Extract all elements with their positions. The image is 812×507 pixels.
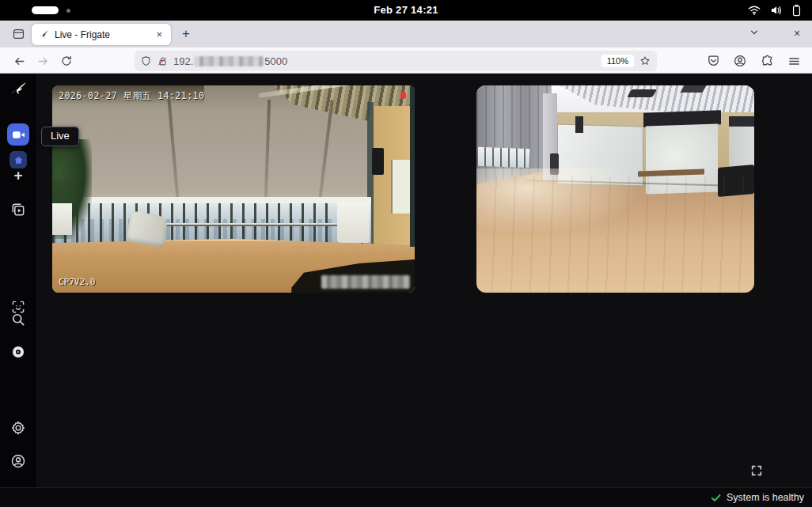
forward-button[interactable] <box>33 51 52 70</box>
pocket-icon <box>707 55 720 68</box>
camera1-osd-label: CP7V2.0 <box>59 277 95 287</box>
firefox-view-button[interactable] <box>9 26 27 42</box>
star-icon[interactable] <box>639 55 651 67</box>
camera1-scene-layer <box>154 223 364 226</box>
account-icon <box>733 54 747 68</box>
camera1-scene-layer <box>168 100 180 199</box>
camera2-scene-layer <box>729 116 754 127</box>
forward-icon <box>36 55 50 68</box>
url-redacted-segment <box>194 56 264 66</box>
gear-icon <box>10 420 26 436</box>
video-camera-icon <box>12 129 25 141</box>
camera2-scene-layer <box>476 176 754 293</box>
camera1-osd-datetime: 2026-02-27 星期五 14:21:10 <box>59 90 204 102</box>
account-button[interactable] <box>730 51 750 70</box>
review-playlist-icon <box>10 202 26 218</box>
check-icon <box>710 492 722 504</box>
person-icon <box>10 453 26 469</box>
window-close-button[interactable]: × <box>788 25 806 42</box>
camera2-scene-layer <box>575 116 584 133</box>
shield-icon[interactable] <box>140 55 152 67</box>
browser-tab-bar: Live - Frigate × + × <box>0 21 812 47</box>
url-suffix: 5000 <box>264 55 287 67</box>
system-top-bar: Feb 27 14:21 <box>0 0 812 21</box>
toolbar-right-icons <box>703 51 804 70</box>
url-prefix: 192. <box>173 55 193 67</box>
zoom-level-indicator[interactable]: 110% <box>601 55 634 67</box>
pocket-button[interactable] <box>703 51 723 70</box>
sidebar-item-face-library[interactable] <box>0 299 36 315</box>
sidebar-item-review[interactable] <box>0 202 36 218</box>
disc-icon <box>10 344 26 360</box>
frigate-logo[interactable] <box>0 80 36 99</box>
url-text[interactable]: 192. 5000 <box>173 55 287 67</box>
system-tray[interactable] <box>748 0 801 21</box>
camera1-scene-layer <box>337 202 370 243</box>
battery-icon <box>792 4 801 17</box>
chevron-down-icon <box>749 27 760 38</box>
camera2-scene-layer <box>627 89 657 97</box>
back-button[interactable] <box>9 51 28 70</box>
frigate-logo-icon <box>8 80 28 99</box>
live-tooltip: Live <box>41 127 79 146</box>
camera1-scene-layer <box>264 100 271 199</box>
address-bar[interactable]: 192. 5000 110% <box>135 51 657 71</box>
camera1-scene-layer <box>318 100 333 199</box>
frigate-sidebar: + <box>0 74 36 487</box>
browser-toolbar: 192. 5000 110% <box>0 47 812 74</box>
frigate-app: + <box>0 74 812 487</box>
volume-icon <box>770 5 783 16</box>
face-scan-icon <box>10 299 26 315</box>
fullscreen-icon <box>750 464 763 477</box>
sidebar-item-settings[interactable] <box>0 420 36 436</box>
camera2-scene-layer <box>476 146 529 167</box>
screen: Feb 27 14:21 Live - Frigate × <box>0 0 812 507</box>
firefox-view-icon <box>12 28 25 40</box>
camera1-blurred-watermark <box>321 275 410 289</box>
extensions-icon <box>761 55 774 68</box>
frigate-favicon <box>38 29 49 40</box>
reload-icon <box>60 55 73 67</box>
back-icon <box>13 55 26 68</box>
camera2-scene-layer <box>680 85 706 93</box>
menu-button[interactable] <box>784 51 804 70</box>
new-tab-button[interactable]: + <box>177 26 195 42</box>
browser-tab-live-frigate[interactable]: Live - Frigate × <box>32 24 171 45</box>
insecure-lock-icon[interactable] <box>157 55 169 67</box>
wifi-icon <box>748 5 761 16</box>
sidebar-item-add-camera-group[interactable]: + <box>0 167 36 184</box>
sidebar-item-camera-group-default[interactable] <box>9 151 27 168</box>
frigate-status-bar: System is healthy <box>0 487 812 507</box>
sidebar-item-live[interactable] <box>7 123 29 146</box>
list-tabs-button[interactable] <box>749 27 760 41</box>
camera1-activity-indicator <box>400 92 406 99</box>
home-icon <box>13 155 24 165</box>
camera1-scene-layer <box>410 85 415 247</box>
fullscreen-button[interactable] <box>746 460 768 482</box>
tab-title: Live - Frigate <box>55 29 148 40</box>
camera-tile-2[interactable] <box>476 85 754 293</box>
extensions-button[interactable] <box>757 51 777 70</box>
tab-close-button[interactable]: × <box>154 28 165 40</box>
camera-tile-1[interactable]: 2026-02-27 星期五 14:21:10 CP7V2.0 <box>52 85 415 293</box>
camera1-scene-layer <box>52 203 72 234</box>
sidebar-item-export[interactable] <box>0 344 36 360</box>
reload-button[interactable] <box>57 51 76 70</box>
menu-icon <box>787 55 801 68</box>
system-clock[interactable]: Feb 27 14:21 <box>0 0 812 21</box>
system-health-status[interactable]: System is healthy <box>727 492 804 503</box>
camera1-scene-layer <box>372 148 384 175</box>
sidebar-item-account[interactable] <box>0 453 36 469</box>
